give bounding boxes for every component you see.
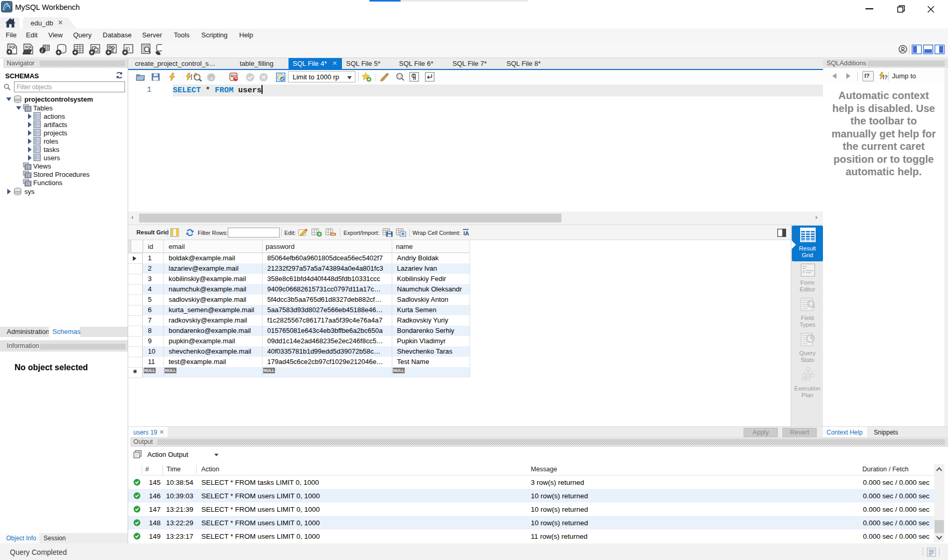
svg-text:SQL: SQL <box>9 45 17 49</box>
svg-text:I?: I? <box>883 74 888 80</box>
svg-text:SQL: SQL <box>25 45 33 49</box>
svg-text:IA: IA <box>463 230 469 236</box>
